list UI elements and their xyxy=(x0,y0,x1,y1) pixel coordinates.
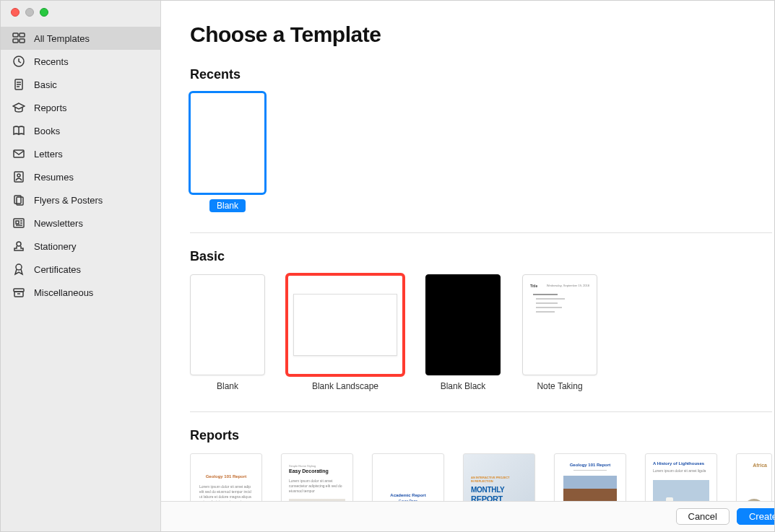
svg-rect-2 xyxy=(13,39,18,43)
ribbon-icon xyxy=(12,263,25,276)
template-thumb xyxy=(190,274,265,375)
svg-point-12 xyxy=(17,242,21,246)
report-title: MONTHLY xyxy=(471,486,504,494)
template-report-lighthouses[interactable]: A History of Lighthouses Lorem ipsum dol… xyxy=(645,453,717,501)
sidebar: All Templates Recents Basic Reports Book xyxy=(1,1,161,531)
template-basic-note-taking[interactable]: Title Wednesday, September 19, 2018 Note… xyxy=(522,274,597,391)
page-title: Choose a Template xyxy=(190,22,772,47)
envelope-icon xyxy=(12,147,25,160)
template-recent-blank[interactable]: Blank xyxy=(190,92,265,212)
template-label: Note Taking xyxy=(537,381,582,391)
sidebar-item-all-templates[interactable]: All Templates xyxy=(1,27,160,50)
sidebar-item-letters[interactable]: Letters xyxy=(1,142,160,165)
layers-icon xyxy=(12,193,25,206)
sidebar-item-label: Recents xyxy=(34,56,69,67)
section-basic: Basic Blank Blank Landscape Blank Black xyxy=(190,249,772,391)
report-title: Geology 101 Report xyxy=(555,463,625,467)
sidebar-item-basic[interactable]: Basic xyxy=(1,73,160,96)
stamp-icon xyxy=(12,240,25,253)
section-divider xyxy=(190,411,772,412)
sidebar-item-stationery[interactable]: Stationery xyxy=(1,235,160,258)
svg-rect-3 xyxy=(20,39,25,43)
section-title-reports: Reports xyxy=(190,428,772,443)
footer: Cancel Create xyxy=(161,501,775,531)
create-button[interactable]: Create xyxy=(737,508,775,525)
report-title: Geology 101 Report xyxy=(191,474,261,479)
template-report-geology-2[interactable]: Geology 101 Report Lorem ipsum dolor sit… xyxy=(554,453,626,501)
svg-rect-6 xyxy=(14,150,24,157)
main-area: Choose a Template Recents Blank Basic xyxy=(161,1,775,531)
sidebar-item-reports[interactable]: Reports xyxy=(1,96,160,119)
svg-point-13 xyxy=(16,264,22,270)
template-thumb xyxy=(425,274,501,375)
sidebar-item-recents[interactable]: Recents xyxy=(1,50,160,73)
report-subtitle: Simple Home Styling xyxy=(289,464,316,468)
sidebar-item-label: Letters xyxy=(34,149,63,160)
sidebar-item-miscellaneous[interactable]: Miscellaneous xyxy=(1,281,160,304)
sidebar-item-label: Basic xyxy=(34,79,57,90)
sidebar-item-books[interactable]: Books xyxy=(1,119,160,142)
template-report-monthly[interactable]: AN INTERACTIVE PROJECTIN REFLECTION MONT… xyxy=(463,453,535,501)
template-basic-blank-landscape[interactable]: Blank Landscape xyxy=(287,274,404,391)
sidebar-item-label: Resumes xyxy=(34,172,74,183)
sidebar-item-label: All Templates xyxy=(34,33,90,44)
report-title2: REPORT xyxy=(471,494,503,501)
report-title: Africa xyxy=(753,463,767,468)
zoom-window-button[interactable] xyxy=(40,8,48,17)
sidebar-item-label: Reports xyxy=(34,103,67,113)
template-basic-blank[interactable]: Blank xyxy=(190,274,265,391)
clock-icon xyxy=(12,55,25,68)
note-date: Wednesday, September 19, 2018 xyxy=(547,284,589,287)
report-title: A History of Lighthouses xyxy=(653,461,704,466)
sidebar-item-certificates[interactable]: Certificates xyxy=(1,258,160,281)
template-thumb xyxy=(190,92,265,193)
template-label: Blank Landscape xyxy=(312,381,378,391)
page-icon xyxy=(12,78,25,91)
section-recents: Recents Blank xyxy=(190,67,772,212)
template-report-decorating[interactable]: Simple Home Styling Easy Decorating Lore… xyxy=(281,453,353,501)
sidebar-item-label: Flyers & Posters xyxy=(34,195,103,206)
template-label: Blank xyxy=(217,381,238,391)
sidebar-item-resumes[interactable]: Resumes xyxy=(1,165,160,188)
template-chooser-window: All Templates Recents Basic Reports Book xyxy=(0,0,775,532)
archive-icon xyxy=(12,286,25,299)
grid-icon xyxy=(12,32,25,45)
sidebar-item-label: Miscellaneous xyxy=(34,287,93,298)
sidebar-item-flyers-posters[interactable]: Flyers & Posters xyxy=(1,188,160,212)
template-basic-blank-black[interactable]: Blank Black xyxy=(425,274,501,391)
report-subtitle: Cover Page xyxy=(373,499,443,501)
report-title: Academic Report xyxy=(373,493,443,497)
section-title-basic: Basic xyxy=(190,249,772,264)
svg-rect-1 xyxy=(20,33,25,37)
sidebar-item-newsletters[interactable]: Newsletters xyxy=(1,212,160,235)
template-label: Blank Black xyxy=(441,381,486,391)
template-label: Blank xyxy=(209,199,246,212)
person-page-icon xyxy=(12,170,25,183)
cancel-button[interactable]: Cancel xyxy=(676,508,729,525)
sidebar-item-label: Stationery xyxy=(34,241,77,252)
svg-point-8 xyxy=(17,174,20,177)
note-title: Title xyxy=(530,284,537,288)
content-scroll[interactable]: Choose a Template Recents Blank Basic xyxy=(161,1,775,501)
template-report-africa[interactable]: Africa xyxy=(736,453,772,501)
template-thumb: Title Wednesday, September 19, 2018 xyxy=(522,274,597,375)
section-reports: Reports Geology 101 Report Lorem ipsum d… xyxy=(190,428,772,501)
window-controls xyxy=(11,8,48,17)
sidebar-item-label: Books xyxy=(34,126,60,136)
template-report-academic[interactable]: Academic Report Cover Page xyxy=(372,453,444,501)
section-divider xyxy=(190,232,772,233)
template-thumb xyxy=(287,274,404,375)
report-title: Easy Decorating xyxy=(289,468,329,474)
close-window-button[interactable] xyxy=(11,8,20,17)
book-icon xyxy=(12,124,25,137)
section-title-recents: Recents xyxy=(190,67,772,82)
template-report-geology[interactable]: Geology 101 Report Lorem ipsum dolor sit… xyxy=(190,453,262,501)
svg-rect-0 xyxy=(13,33,18,37)
newspaper-icon xyxy=(12,217,25,230)
minimize-window-button[interactable] xyxy=(25,8,34,17)
sidebar-item-label: Newsletters xyxy=(34,218,83,229)
sidebar-item-label: Certificates xyxy=(34,264,81,275)
graduation-icon xyxy=(12,101,25,114)
